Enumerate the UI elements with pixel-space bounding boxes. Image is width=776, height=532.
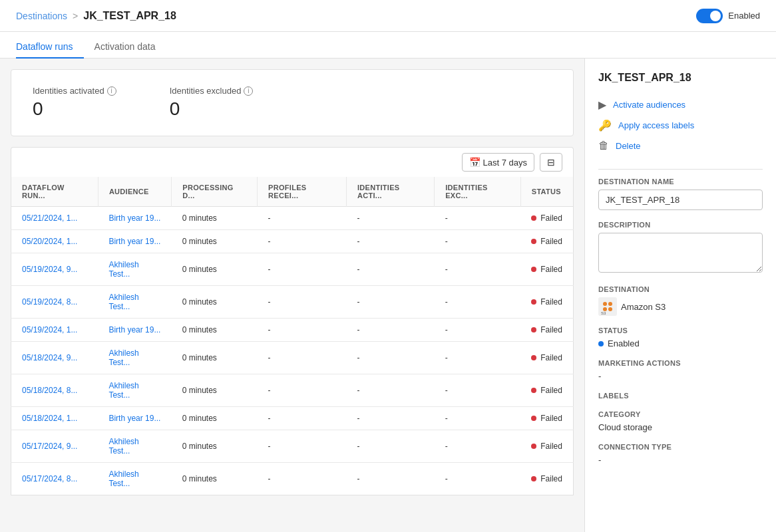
col-header-status: STATUS — [520, 177, 573, 207]
status-label-6: Failed — [540, 386, 562, 395]
cell-status-5: Failed — [520, 342, 573, 374]
status-dot-failed-4 — [531, 327, 536, 332]
status-dot-failed-7 — [531, 416, 536, 421]
cell-run-9: 05/17/2024, 8... — [11, 463, 98, 495]
breadcrumb-current: JK_TEST_APR_18 — [83, 10, 176, 22]
filter-button[interactable]: ⊟ — [540, 153, 562, 172]
run-link-9[interactable]: 05/17/2024, 8... — [22, 474, 77, 483]
status-dot-enabled — [598, 341, 604, 346]
cell-profiles-1: - — [258, 230, 347, 253]
activate-audiences-action[interactable]: ▶ Activate audiences — [598, 94, 763, 115]
destination-badge: S3 Amazon S3 — [598, 297, 763, 316]
connection-type-value: - — [598, 455, 763, 465]
cell-identities-act-7: - — [346, 407, 434, 430]
cell-profiles-6: - — [258, 374, 347, 407]
cell-run-0: 05/21/2024, 1... — [11, 207, 98, 230]
delete-label: Delete — [616, 141, 641, 151]
table-row: 05/17/2024, 8... Akhilesh Test... 0 minu… — [11, 463, 574, 495]
status-field: Status Enabled — [598, 327, 763, 348]
cell-profiles-4: - — [258, 319, 347, 342]
identities-excluded-label: Identities excluded i — [170, 86, 254, 96]
run-link-2[interactable]: 05/19/2024, 9... — [22, 265, 77, 274]
left-content: Identities activated i 0 Identities excl… — [0, 59, 584, 532]
cell-identities-act-9: - — [346, 463, 434, 495]
cell-identities-exc-9: - — [435, 463, 521, 495]
marketing-actions-value: - — [598, 371, 763, 381]
apply-access-labels-action[interactable]: 🔑 Apply access labels — [598, 115, 763, 136]
cell-profiles-5: - — [258, 342, 347, 374]
date-range-button[interactable]: 📅 Last 7 days — [462, 153, 535, 172]
cell-status-1: Failed — [520, 230, 573, 253]
audience-link-7[interactable]: Birth year 19... — [108, 414, 160, 423]
cell-processing-6: 0 minutes — [172, 374, 258, 407]
status-dot-failed-6 — [531, 388, 536, 393]
enabled-toggle[interactable] — [696, 9, 723, 23]
cell-processing-0: 0 minutes — [172, 207, 258, 230]
col-header-audience: AUDIENCE — [98, 177, 171, 207]
run-link-8[interactable]: 05/17/2024, 9... — [22, 442, 77, 451]
run-link-7[interactable]: 05/18/2024, 1... — [22, 414, 77, 423]
cell-run-8: 05/17/2024, 9... — [11, 430, 98, 463]
breadcrumb-parent[interactable]: Destinations — [16, 11, 67, 21]
cell-run-2: 05/19/2024, 9... — [11, 253, 98, 286]
table-row: 05/18/2024, 1... Birth year 19... 0 minu… — [11, 407, 574, 430]
description-textarea[interactable] — [598, 233, 763, 273]
identities-activated-stat: Identities activated i 0 — [33, 86, 116, 120]
run-link-3[interactable]: 05/19/2024, 8... — [22, 297, 77, 307]
destination-label: Destination — [598, 285, 763, 293]
tab-dataflow-runs[interactable]: Dataflow runs — [16, 36, 84, 59]
status-text: Enabled — [608, 338, 640, 348]
audience-link-0[interactable]: Birth year 19... — [108, 213, 160, 223]
cell-processing-3: 0 minutes — [172, 286, 258, 319]
identities-activated-value: 0 — [33, 98, 116, 120]
col-header-dataflow-run: DATAFLOW RUN... — [11, 177, 98, 207]
run-link-1[interactable]: 05/20/2024, 1... — [22, 237, 77, 246]
cell-profiles-0: - — [258, 207, 347, 230]
table-row: 05/19/2024, 8... Akhilesh Test... 0 minu… — [11, 286, 574, 319]
cell-identities-exc-7: - — [435, 407, 521, 430]
audience-link-3[interactable]: Akhilesh Test... — [108, 293, 138, 311]
run-link-4[interactable]: 05/19/2024, 1... — [22, 325, 77, 334]
status-label-5: Failed — [540, 353, 562, 362]
cell-identities-act-0: - — [346, 207, 434, 230]
table-row: 05/18/2024, 8... Akhilesh Test... 0 minu… — [11, 374, 574, 407]
audience-link-6[interactable]: Akhilesh Test... — [108, 381, 138, 400]
cell-audience-0: Birth year 19... — [98, 207, 171, 230]
status-label-9: Failed — [540, 474, 562, 483]
col-header-identities-exc: IDENTITIES EXC... — [435, 177, 521, 207]
run-link-5[interactable]: 05/18/2024, 9... — [22, 353, 77, 362]
run-link-0[interactable]: 05/21/2024, 1... — [22, 213, 77, 223]
audience-link-1[interactable]: Birth year 19... — [108, 237, 160, 246]
status-dot-failed-2 — [531, 267, 536, 272]
destination-name-field: Destination name — [598, 178, 763, 210]
status-label-4: Failed — [540, 325, 562, 334]
enabled-label: Enabled — [728, 11, 760, 21]
cell-run-6: 05/18/2024, 8... — [11, 374, 98, 407]
identities-excluded-info-icon[interactable]: i — [244, 86, 253, 96]
cell-audience-8: Akhilesh Test... — [98, 430, 171, 463]
audience-link-5[interactable]: Akhilesh Test... — [108, 348, 138, 367]
audience-link-8[interactable]: Akhilesh Test... — [108, 437, 138, 456]
cell-profiles-7: - — [258, 407, 347, 430]
cell-identities-exc-2: - — [435, 253, 521, 286]
filter-icon: ⊟ — [547, 157, 555, 168]
cell-run-3: 05/19/2024, 8... — [11, 286, 98, 319]
status-label-3: Failed — [540, 297, 562, 307]
activate-audiences-icon: ▶ — [598, 98, 606, 111]
cell-profiles-2: - — [258, 253, 347, 286]
status-label-1: Failed — [540, 237, 562, 246]
audience-link-2[interactable]: Akhilesh Test... — [108, 260, 138, 279]
destination-name-input[interactable] — [598, 190, 763, 210]
delete-action[interactable]: 🗑 Delete — [598, 136, 763, 156]
cell-processing-1: 0 minutes — [172, 230, 258, 253]
table-row: 05/18/2024, 9... Akhilesh Test... 0 minu… — [11, 342, 574, 374]
audience-link-4[interactable]: Birth year 19... — [108, 325, 160, 334]
run-link-6[interactable]: 05/18/2024, 8... — [22, 386, 77, 395]
identities-activated-info-icon[interactable]: i — [107, 86, 116, 96]
status-dot-failed-8 — [531, 444, 536, 449]
tab-activation-data[interactable]: Activation data — [95, 36, 166, 59]
audience-link-9[interactable]: Akhilesh Test... — [108, 469, 138, 488]
cell-identities-exc-5: - — [435, 342, 521, 374]
cell-audience-1: Birth year 19... — [98, 230, 171, 253]
cell-identities-act-3: - — [346, 286, 434, 319]
